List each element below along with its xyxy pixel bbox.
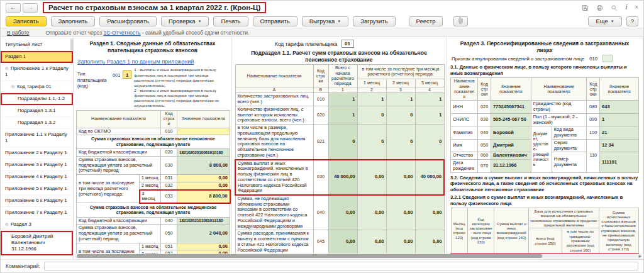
value-cell[interactable]: 0,00 <box>177 175 230 182</box>
value-cell[interactable]: 40 000,00 <box>328 160 357 195</box>
sidebar-item-razdel-1[interactable]: Раздел 1 <box>1 51 73 63</box>
value-cell[interactable]: 0,00 <box>386 195 415 230</box>
value-cell[interactable]: 0,00 <box>386 230 415 254</box>
value-cell[interactable]: 0,00 <box>328 195 357 230</box>
collapse-icon[interactable]: ⊖ <box>5 222 9 226</box>
info-icon[interactable]: i <box>625 4 627 11</box>
tariff-input[interactable]: 01 <box>341 40 354 48</box>
scrollbar-thumb[interactable] <box>77 254 542 258</box>
value-cell[interactable]: 0 <box>357 125 386 160</box>
value-cell[interactable]: 0 <box>357 106 386 124</box>
value-cell[interactable]: 0 <box>386 106 415 124</box>
gender-value[interactable]: 1 <box>600 113 639 126</box>
value-cell[interactable]: 0,00 <box>177 243 230 250</box>
collapse-icon[interactable]: ⊖ <box>11 84 15 89</box>
help-button[interactable]: ? <box>626 16 638 26</box>
sidebar-item-prilozhenie-1-1[interactable]: Приложение 1.1 к Разделу 1 <box>1 129 73 147</box>
value-cell[interactable]: 8 800,00 <box>177 190 230 203</box>
sidebar-item-kod-tarifa-01[interactable]: ⊖Код тарифа 01 <box>1 81 73 93</box>
firstname-value[interactable]: Дмитрий <box>491 139 531 152</box>
annul-input[interactable] <box>602 55 613 62</box>
sidebar-item-prilozhenie-3[interactable]: Приложение 3 к Разделу 1 <box>1 159 73 171</box>
inn-value[interactable]: 775245067541 <box>491 101 531 113</box>
comment-label: Комментарий: <box>6 263 40 269</box>
scroll-right-icon[interactable]: ▶ <box>638 254 641 259</box>
value-cell[interactable]: 0,00 <box>177 182 230 190</box>
sidebar-item-razdel-3[interactable]: ⊖Раздел 3 <box>1 219 73 231</box>
value-cell[interactable]: 8 800,00 <box>177 156 230 174</box>
print-icon[interactable] <box>596 4 603 11</box>
payer-note-2: 2 - выплаты и иные вознаграждения в поль… <box>134 88 219 108</box>
value-cell[interactable]: 40 000,00 <box>415 160 444 195</box>
sidebar-item-prilozhenie-2[interactable]: Приложение 2 к Разделу 1 <box>1 147 73 159</box>
value-cell[interactable]: 0 <box>386 125 415 160</box>
table-row: ИНН 020 775245067541 Гражданство (код ст… <box>451 101 639 113</box>
row-code: 040 <box>313 195 328 230</box>
more-button[interactable]: Еще▼ <box>588 16 621 26</box>
collapse-icon[interactable]: ⊖ <box>5 66 9 70</box>
value-cell[interactable]: 18210202010061010160 <box>177 149 230 157</box>
value-cell[interactable]: 0,00 <box>386 160 415 195</box>
sidebar-item-titulnyj-list[interactable]: Титульный лист <box>1 39 73 51</box>
export-button[interactable]: Выгрузка▼ <box>302 16 349 26</box>
field-label: Серия документа <box>552 139 587 152</box>
value-cell[interactable]: 1 <box>357 93 386 106</box>
value-cell[interactable]: 2 040,00 <box>177 225 230 243</box>
sidebar-item-prilozhenie-4[interactable]: Приложение 4 к Разделу 1 <box>1 171 73 183</box>
value-cell[interactable]: 0,00 <box>357 230 386 254</box>
save-button[interactable]: Записать <box>6 16 47 26</box>
value-cell[interactable]: 0,00 <box>328 230 357 254</box>
1c-reporting-link[interactable]: 1С-Отчетность <box>103 30 140 36</box>
save-icon[interactable] <box>582 4 589 11</box>
fill-section1-link[interactable]: Заполнить Раздел 1 по данным приложений <box>77 58 194 65</box>
value-cell[interactable]: 0,00 <box>357 160 386 195</box>
row-code: 010 <box>161 128 177 135</box>
field-label: в том числе в размере, превышающем преде… <box>235 125 313 160</box>
sidebar-item-prilozhenie-1[interactable]: ⊖Приложение 1 к Разделу 1 <box>1 63 73 81</box>
print-button[interactable]: Печать <box>213 16 248 26</box>
close-icon[interactable]: × <box>635 4 638 11</box>
value-cell[interactable]: 1 <box>415 106 444 124</box>
fill-button[interactable]: Заполнить <box>51 16 96 26</box>
send-button[interactable]: Отправить <box>253 16 297 26</box>
payer-type-input[interactable]: 1 <box>123 70 131 79</box>
forward-button[interactable]: → <box>23 3 38 13</box>
sidebar-item-podrazdely-1-1-1-2[interactable]: Подразделы 1.1, 1.2 <box>1 93 73 105</box>
decode-button[interactable]: Расшифровать <box>99 16 157 26</box>
value-cell[interactable]: 0,00 <box>415 195 444 230</box>
value-cell[interactable] <box>177 128 230 135</box>
value-cell[interactable]: 0,00 <box>415 230 444 254</box>
horizontal-scrollbar[interactable]: ▶ <box>75 254 642 259</box>
table-row: Сумма расходов, принимаемая к вычету в с… <box>235 230 444 254</box>
load-button[interactable]: Загрузить <box>353 16 395 26</box>
value-cell[interactable]: 1 <box>328 93 357 106</box>
status-state-link[interactable]: В работе <box>7 30 29 36</box>
value-cell[interactable]: 0 <box>328 125 357 160</box>
sidebar-item-prilozhenie-7[interactable]: Приложение 7 к Разделу 1 <box>1 207 73 219</box>
value-cell[interactable]: 0 <box>415 125 444 160</box>
value-cell[interactable]: 1 <box>415 93 444 106</box>
value-cell[interactable]: 0,00 <box>357 195 386 230</box>
value-cell[interactable]: 18210202101081013160 <box>177 217 230 225</box>
comment-input[interactable] <box>44 262 638 270</box>
sidebar-item-borovoj[interactable]: Боровой Дмитрий Валентинович 31.12.1966 <box>1 231 73 255</box>
middlename-value[interactable]: Валентинович <box>491 152 531 160</box>
sidebar-item-podrazdel-1-3-1[interactable]: Подраздел 1.3.1 <box>1 105 73 117</box>
search-icon[interactable] <box>611 4 618 11</box>
citizenship-value[interactable]: 643 <box>600 101 639 113</box>
snils-value[interactable]: 505-245-067 50 <box>491 113 531 126</box>
sidebar-item-prilozhenie-6[interactable]: Приложение 6 к Разделу 1 <box>1 195 73 207</box>
value-cell[interactable]: 1 <box>386 93 415 106</box>
value-cell[interactable]: 1 <box>328 106 357 124</box>
doc-series-value[interactable]: 12 34 <box>600 139 639 152</box>
doc-type-value[interactable]: 21 <box>600 126 639 139</box>
lastname-value[interactable]: Боровой <box>491 126 531 139</box>
attachment-button[interactable] <box>453 16 468 26</box>
back-button[interactable]: ← <box>6 3 21 13</box>
check-button[interactable]: Проверка▼ <box>161 16 209 26</box>
birthdate-value[interactable]: 31.12.1966 <box>491 160 531 172</box>
sidebar-item-podrazdel-1-3-2[interactable]: Подраздел 1.3.2 <box>1 117 73 129</box>
sidebar-item-prilozhenie-5[interactable]: Приложение 5 к Разделу 1 <box>1 183 73 195</box>
registry-button[interactable]: Реестр <box>409 16 443 26</box>
doc-number-value[interactable]: 111101 <box>600 152 639 172</box>
